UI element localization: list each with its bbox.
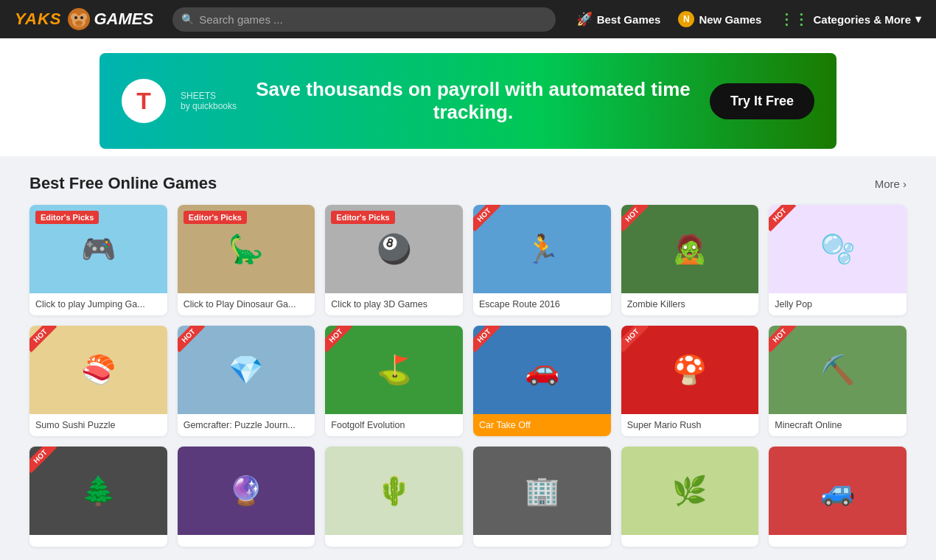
banner-cta-button[interactable]: Try It Free <box>710 83 814 119</box>
rocket-icon: 🚀 <box>576 11 593 27</box>
game-title <box>473 535 611 547</box>
game-title: Jelly Pop <box>769 293 907 315</box>
new-games-label: New Games <box>699 13 761 26</box>
games-grid-row3: 🌲🔮🌵🏢🌿🚙 <box>29 447 907 547</box>
nav-right: 🚀 Best Games N New Games ⋮⋮ Categories &… <box>576 10 921 28</box>
search-bar: 🔍 <box>172 7 556 32</box>
logo-yaks: YAKS <box>15 10 62 29</box>
hot-ribbon <box>325 326 359 360</box>
hot-ribbon <box>769 326 803 360</box>
game-title: Escape Route 2016 <box>473 293 611 315</box>
game-card[interactable]: 🏃Escape Route 2016 <box>473 205 611 315</box>
games-grid-row1: 🎮Editor's PicksClick to play Jumping Ga.… <box>29 205 907 315</box>
game-card[interactable]: 🎮Editor's PicksClick to play Jumping Ga.… <box>29 205 167 315</box>
game-card[interactable]: ⛏️Minecraft Online <box>769 326 907 436</box>
game-title: Click to play 3D Games <box>325 293 463 315</box>
game-card[interactable]: 🔮 <box>178 447 315 547</box>
new-games-link[interactable]: N New Games <box>678 11 761 27</box>
editor-picks-badge: Editor's Picks <box>184 211 247 224</box>
game-thumbnail: 🌵 <box>325 447 463 535</box>
svg-point-4 <box>74 16 77 19</box>
section-header-best: Best Free Online Games More › <box>29 174 907 193</box>
game-thumbnail: 🔮 <box>178 447 315 535</box>
game-card[interactable]: 🚙 <box>769 447 907 547</box>
hot-ribbon <box>473 326 507 360</box>
game-title <box>621 535 759 547</box>
game-title: Car Take Off <box>473 414 611 436</box>
game-thumbnail: 🏢 <box>473 447 611 535</box>
game-title: Minecraft Online <box>769 414 907 436</box>
navbar: YAKS GAMES 🔍 🚀 Best Games N New Games ⋮⋮… <box>0 0 936 38</box>
logo-link[interactable]: YAKS GAMES <box>15 7 153 32</box>
tsheets-t-icon: T <box>136 88 151 115</box>
game-card[interactable]: 🫧Jelly Pop <box>769 205 907 315</box>
banner-logo-circle: T <box>122 79 166 123</box>
game-title <box>29 535 167 547</box>
monkey-icon <box>66 7 91 32</box>
game-card[interactable]: 🏢 <box>473 447 611 547</box>
editor-picks-badge: Editor's Picks <box>35 211 99 224</box>
hot-ribbon <box>29 326 63 360</box>
best-games-label: Best Games <box>597 13 661 26</box>
game-title: Click to play Jumping Ga... <box>29 293 167 315</box>
game-title: Super Mario Rush <box>621 414 759 436</box>
game-card[interactable]: 💎Gemcrafter: Puzzle Journ... <box>178 326 315 436</box>
game-card[interactable]: 🦕Editor's PicksClick to Play Dinosaur Ga… <box>178 205 315 315</box>
game-card[interactable]: 🌿 <box>621 447 759 547</box>
categories-label: Categories & More <box>813 13 911 26</box>
game-title: Gemcrafter: Puzzle Journ... <box>178 414 315 436</box>
new-badge-icon: N <box>678 11 694 27</box>
game-title <box>769 535 907 547</box>
search-icon: 🔍 <box>181 13 194 25</box>
brand-sub: by quickbooks <box>181 101 237 111</box>
advertisement-banner[interactable]: T SHEETS by quickbooks Save thousands on… <box>99 53 837 149</box>
chevron-down-icon: ▾ <box>915 13 921 26</box>
game-card[interactable]: 🍣Sumo Sushi Puzzle <box>29 326 167 436</box>
game-card[interactable]: 🧟Zombie Killers <box>621 205 759 315</box>
best-games-link[interactable]: 🚀 Best Games <box>576 11 661 27</box>
hot-ribbon <box>621 326 655 360</box>
banner-brand: SHEETS by quickbooks <box>181 91 237 111</box>
game-thumbnail: 🌿 <box>621 447 759 535</box>
main-content: Best Free Online Games More › 🎮Editor's … <box>0 156 936 560</box>
svg-point-5 <box>80 16 83 19</box>
game-card[interactable]: 🚗Car Take Off <box>473 326 611 436</box>
section-title-best: Best Free Online Games <box>29 174 217 193</box>
game-title: Click to Play Dinosaur Ga... <box>178 293 315 315</box>
banner-wrap: T SHEETS by quickbooks Save thousands on… <box>0 38 936 156</box>
game-card[interactable]: ⛳Footgolf Evolution <box>325 326 463 436</box>
categories-link[interactable]: ⋮⋮ Categories & More ▾ <box>779 10 921 28</box>
game-title: Zombie Killers <box>621 293 759 315</box>
editor-picks-badge: Editor's Picks <box>331 211 394 224</box>
game-title: Footgolf Evolution <box>325 414 463 436</box>
hot-ribbon <box>769 205 803 239</box>
svg-point-6 <box>75 21 83 25</box>
game-title <box>325 535 463 547</box>
grid-icon: ⋮⋮ <box>779 10 808 28</box>
game-card[interactable]: 🎱Editor's PicksClick to play 3D Games <box>325 205 463 315</box>
game-card[interactable]: 🍄Super Mario Rush <box>621 326 759 436</box>
game-title <box>178 535 315 547</box>
more-link[interactable]: More › <box>875 178 907 190</box>
search-input[interactable] <box>172 7 556 32</box>
game-card[interactable]: 🌵 <box>325 447 463 547</box>
hot-ribbon <box>621 205 655 239</box>
game-thumbnail: 🚙 <box>769 447 907 535</box>
hot-ribbon <box>473 205 507 239</box>
banner-headline: Save thousands on payroll with automated… <box>251 78 695 124</box>
game-card[interactable]: 🌲 <box>29 447 167 547</box>
hot-ribbon <box>29 447 63 480</box>
brand-name: SHEETS <box>181 91 237 101</box>
game-title: Sumo Sushi Puzzle <box>29 414 167 436</box>
logo-games-text: GAMES <box>94 10 154 29</box>
games-grid-row2: 🍣Sumo Sushi Puzzle💎Gemcrafter: Puzzle Jo… <box>29 326 907 436</box>
hot-ribbon <box>178 326 212 360</box>
